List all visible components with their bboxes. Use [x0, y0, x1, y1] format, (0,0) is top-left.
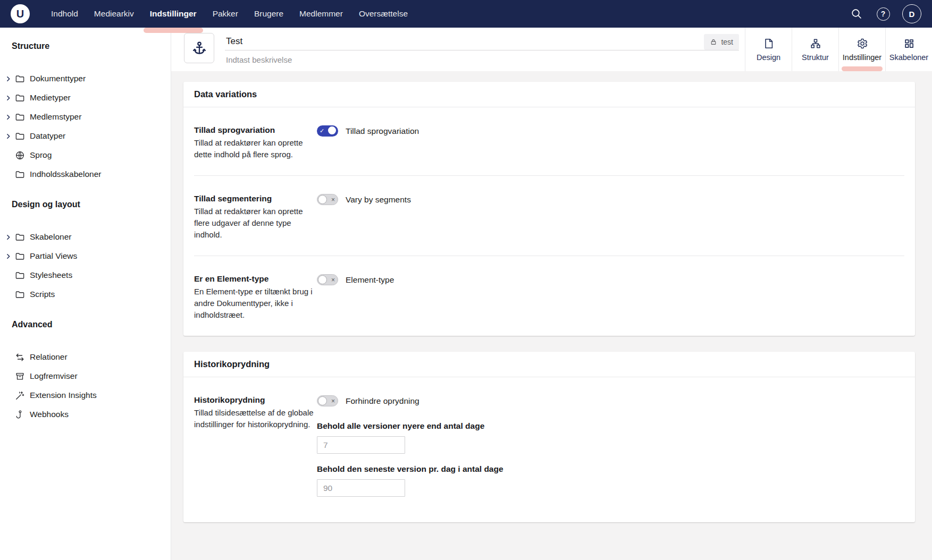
sidebar-item-webhooks[interactable]: Webhooks — [5, 405, 165, 424]
sidebar-item-relationer[interactable]: Relationer — [5, 347, 165, 367]
nav-item-medlemmer[interactable]: Medlemmer — [299, 0, 343, 28]
sidebar-item-label: Medietyper — [30, 93, 71, 103]
umbraco-logo-icon[interactable]: U — [11, 4, 30, 23]
chevron-right-icon[interactable] — [5, 133, 13, 140]
property-control-cell: × Element-type — [317, 274, 904, 321]
folder-icon — [15, 169, 25, 180]
chevron-right-icon[interactable] — [5, 75, 13, 82]
sidebar-item-label: Indholdsskabeloner — [30, 169, 101, 179]
keep-all-versions-input[interactable] — [317, 436, 405, 454]
folder-icon — [15, 232, 25, 242]
toggle-row: × Forhindre oprydning — [317, 395, 904, 406]
panel-title: Historikoprydning — [183, 352, 915, 377]
document-type-header: test Design Struktur — [171, 28, 932, 71]
main-layout: Structure Dokumenttyper Medietyper Medle… — [0, 28, 932, 560]
folder-icon — [15, 131, 25, 141]
toggle-forhindre-oprydning[interactable]: × — [317, 395, 338, 406]
keep-latest-version-input[interactable] — [317, 479, 405, 497]
property-description: En Element-type er tiltænkt brug i andre… — [194, 286, 317, 321]
toggle-element-type[interactable]: × — [317, 274, 338, 285]
name-input[interactable] — [225, 36, 704, 50]
x-icon: × — [331, 277, 335, 283]
toggle-segmentering[interactable]: × — [317, 194, 338, 205]
top-navbar: U Indhold Mediearkiv Indstillinger Pakke… — [0, 0, 932, 28]
sidebar-item-extension-insights[interactable]: Extension Insights — [5, 386, 165, 405]
property-row-historikoprydning: Historikoprydning Tillad tilsidesættelse… — [194, 377, 904, 522]
nav-item-indhold[interactable]: Indhold — [51, 0, 78, 28]
description-input[interactable] — [225, 50, 739, 64]
user-avatar[interactable]: D — [902, 4, 921, 23]
sidebar-item-label: Extension Insights — [30, 391, 97, 400]
chevron-right-icon[interactable] — [5, 95, 13, 101]
history-cleanup-fields: Behold alle versioner nyere end antal da… — [317, 421, 904, 507]
panel-body: Historikoprydning Tillad tilsidesættelse… — [183, 377, 915, 522]
sidebar-heading-advanced: Advanced — [12, 320, 165, 329]
sidebar-item-label: Datatyper — [30, 131, 65, 141]
nav-item-oversaettelse[interactable]: Oversættelse — [359, 0, 408, 28]
toggle-row: × Element-type — [317, 274, 904, 285]
chevron-right-icon[interactable] — [5, 114, 13, 121]
folder-icon — [15, 251, 25, 261]
panel-historikoprydning: Historikoprydning Historikoprydning Till… — [183, 352, 915, 522]
chevron-right-icon[interactable] — [5, 234, 13, 241]
alias-badge[interactable]: test — [704, 34, 739, 50]
search-icon[interactable] — [849, 6, 864, 21]
folder-icon — [15, 112, 25, 122]
settings-content: Data variations Tillad sprogvariation Ti… — [171, 71, 932, 560]
property-description: Tillad tilsidesættelse af de globale ind… — [194, 407, 317, 430]
sidebar-item-stylesheets[interactable]: Stylesheets — [5, 266, 165, 285]
sitemap-icon — [810, 38, 821, 49]
globe-icon — [15, 150, 25, 160]
folder-icon — [15, 270, 25, 281]
toggle-row: ✓ Tillad sprogvariation — [317, 125, 904, 137]
tab-label: Skabeloner — [889, 53, 928, 62]
check-icon: ✓ — [320, 128, 324, 134]
nav-item-indstillinger[interactable]: Indstillinger — [150, 0, 197, 28]
sidebar-item-logfremviser[interactable]: Logfremviser — [5, 367, 165, 386]
sidebar-item-sprog[interactable]: Sprog — [5, 146, 165, 165]
sidebar-section-design-og-layout: Design og layout Skabeloner Partial View… — [5, 200, 165, 304]
navbar-right-actions: ? D — [849, 4, 921, 23]
sidebar-item-label: Skabeloner — [30, 232, 71, 242]
tab-struktur[interactable]: Struktur — [792, 28, 838, 71]
workspace-tabs: Design Struktur Indstillinger — [745, 28, 932, 71]
grid-icon — [903, 38, 915, 49]
sidebar-item-datatyper[interactable]: Datatyper — [5, 126, 165, 146]
sidebar-item-label: Logfremviser — [30, 371, 78, 381]
tab-design[interactable]: Design — [745, 28, 792, 71]
toggle-label: Tillad sprogvariation — [346, 126, 419, 136]
sidebar-item-label: Partial Views — [30, 251, 77, 261]
sidebar-heading-design-og-layout: Design og layout — [12, 200, 165, 209]
sidebar-item-skabeloner[interactable]: Skabeloner — [5, 227, 165, 247]
nav-item-pakker[interactable]: Pakker — [213, 0, 238, 28]
property-row-element-type: Er en Element-type En Element-type er ti… — [194, 256, 904, 336]
chevron-right-icon[interactable] — [5, 253, 13, 260]
toggle-knob — [318, 396, 327, 405]
sidebar-item-scripts[interactable]: Scripts — [5, 285, 165, 304]
swap-arrows-icon — [15, 352, 25, 362]
property-label-cell: Historikoprydning Tillad tilsidesættelse… — [194, 395, 317, 507]
sidebar-item-medlemstyper[interactable]: Medlemstyper — [5, 107, 165, 126]
sidebar-item-medietyper[interactable]: Medietyper — [5, 88, 165, 107]
toggle-sprogvariation[interactable]: ✓ — [317, 125, 338, 137]
nav-item-brugere[interactable]: Brugere — [254, 0, 283, 28]
tab-label: Struktur — [802, 53, 829, 62]
toggle-row: × Vary by segments — [317, 194, 904, 205]
sidebar-item-partial-views[interactable]: Partial Views — [5, 247, 165, 266]
property-description: Tillad at redaktører kan oprette flere u… — [194, 206, 317, 241]
field-label-keep-latest-version: Behold den seneste version pr. dag i ant… — [317, 464, 904, 474]
help-icon[interactable]: ? — [876, 6, 891, 21]
tab-indstillinger[interactable]: Indstillinger — [838, 28, 885, 71]
property-label-cell: Tillad segmentering Tillad at redaktører… — [194, 194, 317, 241]
workspace: test Design Struktur — [171, 28, 932, 560]
sidebar-item-dokumenttyper[interactable]: Dokumenttyper — [5, 69, 165, 88]
sidebar-item-indholdsskabeloner[interactable]: Indholdsskabeloner — [5, 165, 165, 184]
sidebar-section-structure: Structure Dokumenttyper Medietyper Medle… — [5, 41, 165, 184]
sidebar-item-label: Sprog — [30, 150, 52, 160]
lock-icon — [710, 38, 717, 46]
nav-item-mediearkiv[interactable]: Mediearkiv — [94, 0, 134, 28]
sidebar-item-label: Relationer — [30, 352, 68, 362]
sidebar-heading-structure: Structure — [12, 41, 165, 51]
anchor-icon[interactable] — [184, 33, 214, 63]
tab-skabeloner[interactable]: Skabeloner — [885, 28, 932, 71]
